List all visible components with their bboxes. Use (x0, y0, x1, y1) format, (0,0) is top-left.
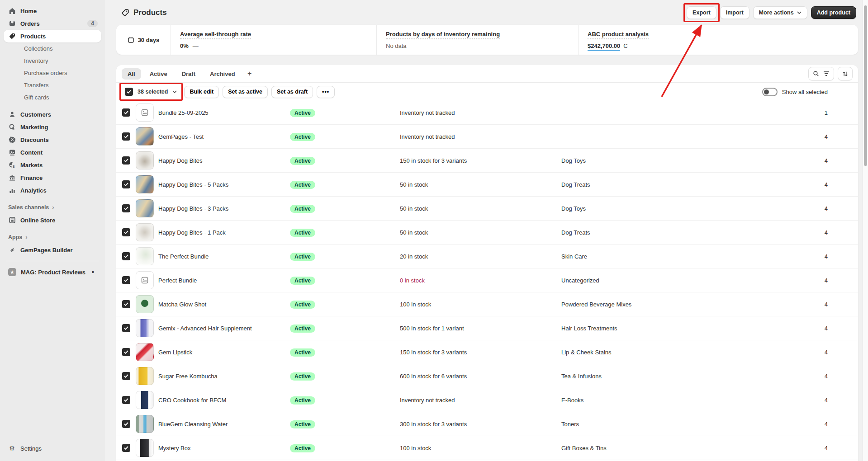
row-checkbox[interactable] (122, 420, 130, 428)
sidebar-item-orders[interactable]: Orders 4 (4, 17, 101, 30)
table-row[interactable]: The Perfect Bundle Active 20 in stock Sk… (116, 245, 858, 268)
date-range-selector[interactable]: 30 days (116, 25, 171, 55)
product-name[interactable]: Mystery Box (158, 445, 290, 452)
product-name[interactable]: Gemix - Advanced Hair Supplement (158, 325, 290, 332)
status-badge: Active (290, 396, 315, 405)
scrollbar-thumb[interactable] (864, 5, 867, 166)
inventory-cell: 150 in stock for 3 variants (400, 349, 561, 356)
row-checkbox[interactable] (122, 132, 130, 141)
table-row[interactable]: Happy Dog Bites - 3 Packs Active 50 in s… (116, 197, 858, 221)
add-view-button[interactable]: + (244, 70, 256, 78)
sidebar-item-purchase-orders[interactable]: Purchase orders (4, 67, 101, 79)
sidebar-item-analytics[interactable]: Analytics (4, 184, 101, 197)
sidebar-item-gift-cards[interactable]: Gift cards (4, 91, 101, 103)
more-actions-button[interactable]: More actions (753, 6, 807, 19)
row-checkbox[interactable] (122, 228, 130, 236)
row-checkbox[interactable] (122, 300, 130, 308)
product-name[interactable]: Happy Dog Bites (158, 157, 290, 164)
product-name[interactable]: Gem Lipstick (158, 349, 290, 356)
status-badge: Active (290, 133, 315, 141)
sidebar-item-marketing[interactable]: Marketing (4, 121, 101, 133)
filter-lines-icon (823, 71, 830, 76)
channels-count: 4 (795, 349, 828, 356)
abc-value-link[interactable]: $242,700.00 (588, 42, 620, 51)
show-all-selected: Show all selected (762, 88, 853, 96)
sidebar-item-gempages[interactable]: GemPages Builder (4, 244, 101, 256)
search-and-filter-button[interactable] (808, 67, 834, 80)
row-checkbox[interactable] (122, 252, 130, 260)
row-checkbox[interactable] (122, 372, 130, 380)
more-bulk-actions-button[interactable]: ••• (317, 86, 335, 98)
product-name[interactable]: Happy Dog Bites - 1 Pack (158, 229, 290, 236)
import-button[interactable]: Import (720, 6, 749, 19)
scrollbar[interactable] (863, 0, 868, 461)
product-name[interactable]: Happy Dog Bites - 5 Packs (158, 181, 290, 188)
metric-title[interactable]: Average sell-through rate (180, 31, 251, 39)
product-name[interactable]: The Perfect Bundle (158, 253, 290, 260)
table-row[interactable]: Matcha Glow Shot Active 100 in stock Pow… (116, 292, 858, 316)
show-all-toggle[interactable] (762, 88, 778, 96)
product-name[interactable]: BlueGem Cleansing Water (158, 421, 290, 428)
select-all-checkbox[interactable] (125, 88, 133, 96)
tab-draft[interactable]: Draft (176, 68, 201, 80)
table-row[interactable]: Gem Lipstick Active 150 in stock for 3 v… (116, 340, 858, 364)
product-name[interactable]: GemPages - Test (158, 133, 290, 140)
selected-count-control[interactable]: 38 selected (122, 85, 180, 99)
row-checkbox[interactable] (122, 204, 130, 212)
row-checkbox[interactable] (122, 324, 130, 332)
sidebar-item-markets[interactable]: $ Markets (4, 159, 101, 171)
table-row[interactable]: Happy Dog Bites - 5 Packs Active 50 in s… (116, 173, 858, 197)
table-row[interactable]: CRO Cookbook for BFCM Active Inventory n… (116, 388, 858, 412)
row-checkbox[interactable] (122, 156, 130, 165)
product-name[interactable]: CRO Cookbook for BFCM (158, 397, 290, 404)
table-row[interactable]: Happy Dog Bites Active 150 in stock for … (116, 149, 858, 173)
product-name[interactable]: Bundle 25-09-2025 (158, 109, 290, 116)
status-badge: Active (290, 372, 315, 381)
row-checkbox[interactable] (122, 348, 130, 356)
product-name[interactable]: Matcha Glow Shot (158, 301, 290, 308)
sidebar-item-customers[interactable]: Customers (4, 108, 101, 121)
table-row[interactable]: BlueGem Cleansing Water Active 300 in st… (116, 412, 858, 436)
metric-title[interactable]: ABC product analysis (588, 31, 649, 39)
apps-header[interactable]: Apps › (4, 234, 101, 240)
row-checkbox[interactable] (122, 396, 130, 404)
set-as-active-button[interactable]: Set as active (223, 86, 268, 98)
sidebar-item-mag-product-reviews[interactable]: ★ MAG: Product Reviews • (4, 266, 101, 278)
row-checkbox[interactable] (122, 180, 130, 188)
sidebar-item-products[interactable]: Products (4, 30, 101, 42)
table-row[interactable]: Happy Dog Bites - 1 Pack Active 50 in st… (116, 221, 858, 245)
status-badge: Active (290, 157, 315, 165)
row-checkbox[interactable] (122, 108, 130, 117)
row-checkbox[interactable] (122, 444, 130, 452)
tab-active[interactable]: Active (144, 68, 173, 80)
table-row[interactable]: Mystery Box Active 100 in stock Gift Box… (116, 436, 858, 460)
sidebar-item-online-store[interactable]: Online Store (4, 214, 101, 226)
add-product-button[interactable]: Add product (811, 6, 856, 19)
export-button[interactable]: Export (687, 6, 716, 19)
sidebar-item-home[interactable]: Home (4, 5, 101, 17)
set-as-draft-button[interactable]: Set as draft (271, 86, 313, 98)
table-row[interactable]: Gemix - Advanced Hair Supplement Active … (116, 316, 858, 340)
sidebar-item-finance[interactable]: Finance (4, 171, 101, 184)
product-name[interactable]: Perfect Bundle (158, 277, 290, 284)
tab-all[interactable]: All (122, 68, 141, 80)
product-name[interactable]: Happy Dog Bites - 3 Packs (158, 205, 290, 212)
sidebar-item-transfers[interactable]: Transfers (4, 79, 101, 91)
sidebar-item-content[interactable]: Content (4, 146, 101, 159)
sidebar-item-discounts[interactable]: Discounts (4, 133, 101, 146)
sidebar-item-settings[interactable]: ⚙ Settings (4, 442, 101, 455)
table-row[interactable]: Sugar Free Kombucha Active 600 in stock … (116, 364, 858, 388)
sidebar-item-collections[interactable]: Collections (4, 42, 101, 55)
row-checkbox[interactable] (122, 276, 130, 284)
table-row[interactable]: GemPages - Test Active Inventory not tra… (116, 125, 858, 149)
metric-title[interactable]: Products by days of inventory remaining (386, 31, 500, 39)
tab-archived[interactable]: Archived (204, 68, 241, 80)
table-row[interactable]: Perfect Bundle Active 0 in stock Uncateg… (116, 268, 858, 292)
product-name[interactable]: Sugar Free Kombucha (158, 373, 290, 380)
bulk-edit-button[interactable]: Bulk edit (184, 86, 219, 98)
table-row[interactable]: Bundle 25-09-2025 Active Inventory not t… (116, 101, 858, 125)
category-cell: Toners (561, 421, 795, 428)
sales-channels-header[interactable]: Sales channels › (4, 204, 101, 211)
sort-button[interactable] (838, 67, 853, 80)
sidebar-item-inventory[interactable]: Inventory (4, 55, 101, 67)
